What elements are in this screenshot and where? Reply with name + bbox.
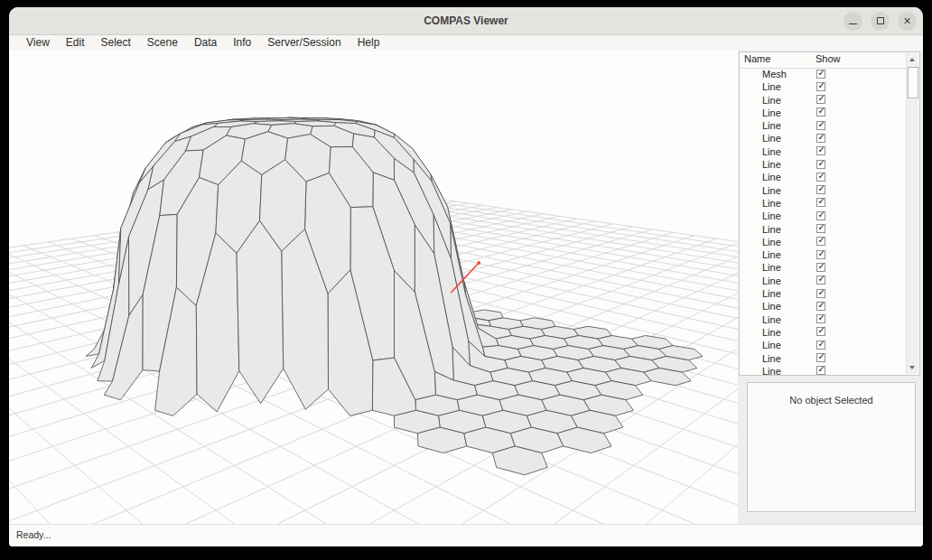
visibility-checkbox[interactable] xyxy=(816,275,825,285)
scene-tree-row[interactable]: Line xyxy=(740,365,907,375)
visibility-checkbox[interactable] xyxy=(816,327,825,336)
visibility-checkbox[interactable] xyxy=(816,185,825,194)
column-header-name[interactable]: Name xyxy=(744,53,770,64)
object-name: Line xyxy=(762,119,781,132)
scene-tree-row[interactable]: Line xyxy=(740,94,907,107)
object-name: Line xyxy=(762,352,781,365)
minimize-button[interactable] xyxy=(843,12,862,31)
object-name: Line xyxy=(762,210,781,222)
visibility-checkbox[interactable] xyxy=(816,250,825,259)
visibility-checkbox[interactable] xyxy=(816,198,825,207)
visibility-checkbox[interactable] xyxy=(816,341,825,350)
scene-tree-row[interactable]: Mesh xyxy=(740,68,907,80)
scene-tree-row[interactable]: Line xyxy=(740,261,907,274)
visibility-checkbox[interactable] xyxy=(816,107,825,117)
scene-tree-row[interactable]: Line xyxy=(740,119,907,132)
visibility-checkbox[interactable] xyxy=(816,134,825,143)
scene-canvas[interactable] xyxy=(9,51,738,524)
menu-item[interactable]: Data xyxy=(186,35,225,51)
object-name: Line xyxy=(762,326,781,339)
scrollbar-thumb[interactable] xyxy=(908,67,918,98)
titlebar[interactable]: COMPAS Viewer × xyxy=(9,7,923,35)
scroll-down-icon[interactable] xyxy=(907,361,918,374)
visibility-checkbox[interactable] xyxy=(816,289,825,298)
object-name: Line xyxy=(762,236,781,248)
scene-tree-row[interactable]: Line xyxy=(740,300,907,313)
status-message: Ready... xyxy=(16,529,51,540)
scene-tree-row[interactable]: Line xyxy=(740,326,907,339)
scene-tree-row[interactable]: Line xyxy=(740,158,907,171)
object-name: Line xyxy=(762,300,781,313)
scene-tree-row[interactable]: Line xyxy=(740,107,907,119)
scroll-up-icon[interactable] xyxy=(907,53,918,66)
visibility-checkbox[interactable] xyxy=(816,302,825,311)
visibility-checkbox[interactable] xyxy=(816,160,825,169)
scene-tree-row[interactable]: Line xyxy=(740,275,907,287)
scene-tree-row[interactable]: Line xyxy=(740,287,907,300)
menu-item[interactable]: Help xyxy=(350,35,388,51)
hex-mesh[interactable] xyxy=(86,117,703,475)
visibility-checkbox[interactable] xyxy=(816,70,825,79)
object-inspector-panel: No object Selected xyxy=(747,382,916,512)
scene-tree-row[interactable]: Line xyxy=(740,197,907,210)
object-name: Line xyxy=(762,197,781,210)
visibility-checkbox[interactable] xyxy=(816,237,825,246)
object-name: Line xyxy=(762,287,781,300)
visibility-checkbox[interactable] xyxy=(816,82,825,91)
tree-scrollbar[interactable] xyxy=(906,53,918,374)
side-panel: Name Show Mesh Line xyxy=(738,51,923,524)
scene-tree-row[interactable]: Line xyxy=(740,248,907,261)
object-name: Line xyxy=(762,365,781,375)
menu-item[interactable]: Select xyxy=(92,35,138,51)
menu-item[interactable]: View xyxy=(18,35,58,51)
scene-tree-row[interactable]: Line xyxy=(740,210,907,222)
visibility-checkbox[interactable] xyxy=(816,95,825,104)
close-button[interactable]: × xyxy=(898,12,917,31)
object-name: Mesh xyxy=(762,68,787,80)
visibility-checkbox[interactable] xyxy=(816,314,825,323)
scene-tree-rows: Mesh Line Line xyxy=(740,68,907,375)
visibility-checkbox[interactable] xyxy=(816,353,825,362)
visibility-checkbox[interactable] xyxy=(816,173,825,182)
visibility-checkbox[interactable] xyxy=(816,211,825,220)
object-name: Line xyxy=(762,313,781,326)
scene-tree-row[interactable]: Line xyxy=(740,171,907,183)
object-name: Line xyxy=(762,145,781,158)
scene-tree-row[interactable]: Line xyxy=(740,236,907,248)
menu-item[interactable]: Scene xyxy=(139,35,186,51)
close-icon: × xyxy=(898,12,917,31)
scene-tree-row[interactable]: Line xyxy=(740,339,907,351)
visibility-checkbox[interactable] xyxy=(816,224,825,233)
object-name: Line xyxy=(762,171,781,183)
minimize-icon xyxy=(849,23,857,25)
menu-item[interactable]: Server/Session xyxy=(259,35,349,51)
object-name: Line xyxy=(762,223,781,236)
scene-tree-row[interactable]: Line xyxy=(740,132,907,145)
viewport-3d[interactable] xyxy=(9,51,738,524)
menubar: View Edit Select Scene Data Info Server/… xyxy=(9,35,923,51)
red-line-endpoint xyxy=(477,261,480,265)
scene-tree-row[interactable]: Line xyxy=(740,352,907,365)
window-controls: × xyxy=(843,12,917,31)
visibility-checkbox[interactable] xyxy=(816,366,825,375)
visibility-checkbox[interactable] xyxy=(816,263,825,272)
maximize-button[interactable] xyxy=(871,12,890,31)
object-name: Line xyxy=(762,80,781,93)
scene-tree-row[interactable]: Line xyxy=(740,184,907,197)
object-name: Line xyxy=(762,339,781,351)
inspector-empty-message: No object Selected xyxy=(748,395,915,406)
app-window: COMPAS Viewer × View Edit Select xyxy=(9,7,923,546)
scene-tree-row[interactable]: Line xyxy=(740,313,907,326)
visibility-checkbox[interactable] xyxy=(816,121,825,130)
menu-item[interactable]: Edit xyxy=(58,35,93,51)
column-header-show[interactable]: Show xyxy=(816,53,841,64)
object-name: Line xyxy=(762,275,781,287)
statusbar: Ready... xyxy=(9,524,923,546)
object-name: Line xyxy=(762,132,781,145)
scene-tree-row[interactable]: Line xyxy=(740,223,907,236)
window-title: COMPAS Viewer xyxy=(9,7,923,34)
visibility-checkbox[interactable] xyxy=(816,146,825,155)
scene-tree-row[interactable]: Line xyxy=(740,145,907,158)
scene-tree-row[interactable]: Line xyxy=(740,80,907,93)
menu-item[interactable]: Info xyxy=(225,35,259,51)
